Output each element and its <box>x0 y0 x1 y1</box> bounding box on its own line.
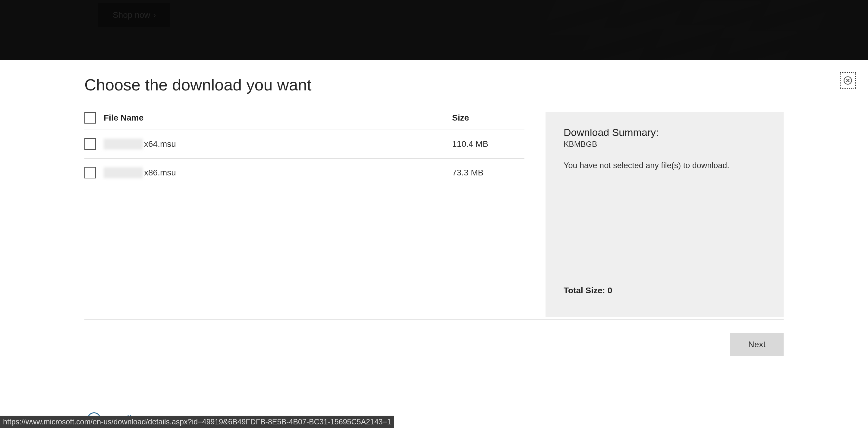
filename-suffix: x86.msu <box>144 168 176 178</box>
table-header-row: File Name Size <box>84 112 524 130</box>
summary-message: You have not selected any file(s) to dow… <box>564 161 766 170</box>
column-filename: File Name <box>104 113 452 123</box>
next-button[interactable]: Next <box>730 333 784 356</box>
redacted-filename-part <box>104 167 143 178</box>
shop-now-button[interactable]: Shop now › <box>98 3 170 27</box>
modal-title: Choose the download you want <box>84 75 784 94</box>
download-chooser-modal: Choose the download you want File Name S… <box>0 60 868 368</box>
filename-cell: x86.msu <box>104 167 452 178</box>
hero-laptop-graphics <box>536 0 838 60</box>
filename-suffix: x64.msu <box>144 139 176 149</box>
file-table: File Name Size x64.msu 110.4 MB x86.m <box>84 112 524 317</box>
summary-total: Total Size: 0 <box>564 286 766 303</box>
filename-cell: x64.msu <box>104 139 452 150</box>
chevron-right-icon: › <box>153 10 156 20</box>
summary-divider <box>564 277 766 277</box>
size-cell: 110.4 MB <box>452 139 524 149</box>
shop-now-label: Shop now <box>113 10 150 20</box>
file-checkbox[interactable] <box>84 139 96 150</box>
summary-subtitle: KBMBGB <box>564 140 766 149</box>
table-row: x86.msu 73.3 MB <box>84 158 524 187</box>
column-size: Size <box>452 113 524 123</box>
close-button[interactable] <box>840 72 856 89</box>
browser-status-bar: https://www.microsoft.com/en-us/download… <box>0 416 394 428</box>
hero-banner-dark: Shop now › <box>0 0 868 60</box>
table-row: x64.msu 110.4 MB <box>84 130 524 158</box>
file-checkbox[interactable] <box>84 167 96 178</box>
select-all-checkbox[interactable] <box>84 112 96 124</box>
close-icon <box>843 76 852 85</box>
redacted-filename-part <box>104 139 143 150</box>
size-cell: 73.3 MB <box>452 168 524 178</box>
summary-title: Download Summary: <box>564 127 766 139</box>
download-summary-panel: Download Summary: KBMBGB You have not se… <box>546 112 784 317</box>
